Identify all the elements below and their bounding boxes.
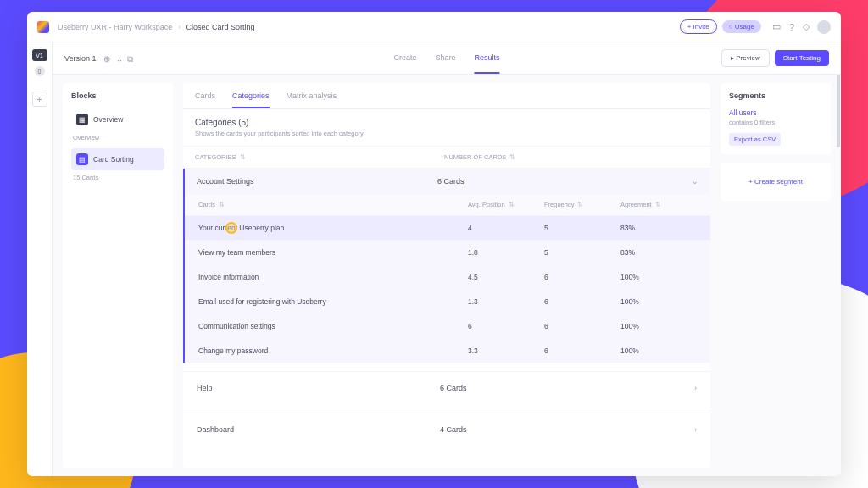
segment-filters: contains 0 filters	[729, 119, 822, 126]
card-avg: 1.8	[468, 248, 544, 257]
tab-cards[interactable]: Cards	[195, 92, 215, 108]
tab-categories[interactable]: Categories	[232, 92, 270, 108]
card-freq: 6	[544, 322, 620, 330]
sh-freq[interactable]: Frequency	[544, 201, 574, 208]
card-row[interactable]: Email used for registering with Useberry…	[185, 289, 710, 313]
card-agree: 100%	[620, 297, 697, 306]
users-icon[interactable]: ⛬	[115, 54, 124, 63]
preview-button[interactable]: ▸ Preview	[721, 49, 770, 67]
card-icon: ▤	[76, 153, 88, 165]
segments-title: Segments	[729, 92, 822, 100]
tab-results[interactable]: Results	[475, 43, 500, 74]
card-agree: 100%	[620, 322, 697, 330]
main-area: V1 0 + Version 1 ⊕ ⛬ ⧉ Create Share Resu…	[27, 42, 841, 476]
card-avg: 1.3	[468, 297, 544, 306]
card-agree: 100%	[620, 347, 697, 355]
category-count: 6 Cards	[437, 177, 692, 186]
body: Blocks ▦ Overview Overview ▤ Card Sortin…	[53, 75, 841, 476]
sort-icon[interactable]: ⇅	[577, 201, 583, 208]
category-count: 4 Cards	[440, 425, 694, 434]
sort-icon[interactable]: ⇅	[509, 153, 515, 161]
category-name: Help	[197, 384, 440, 392]
cards-subheader: Cards⇅ Avg. Position⇅ Frequency⇅ Agreeme…	[185, 194, 710, 215]
globe-icon[interactable]: ⊕	[103, 54, 112, 63]
highlight-ring	[225, 222, 237, 234]
tab-matrix[interactable]: Matrix analysis	[287, 92, 337, 108]
folder-icon[interactable]: ▭	[772, 21, 781, 32]
copy-icon[interactable]: ⧉	[127, 54, 136, 63]
card-row[interactable]: Your current Useberry plan 4 5 83%	[185, 215, 710, 240]
section-header: Categories (5) Shows the cards your part…	[183, 109, 710, 146]
section-subtitle: Shows the cards your participants sorted…	[195, 130, 698, 137]
sh-agree[interactable]: Agreement	[620, 201, 652, 208]
chevron-right-icon: ›	[178, 23, 181, 31]
card-avg: 4	[468, 224, 544, 232]
app-logo[interactable]	[37, 21, 49, 33]
chevron-right-icon: ›	[694, 384, 697, 392]
th-categories[interactable]: CATEGORIES	[195, 153, 236, 161]
card-freq: 5	[544, 248, 620, 257]
card-agree: 83%	[620, 224, 697, 232]
breadcrumb-root[interactable]: Useberry UXR - Harry Workspace	[58, 23, 172, 31]
sub-header: Version 1 ⊕ ⛬ ⧉ Create Share Results ▸ P…	[53, 42, 841, 75]
sh-avg[interactable]: Avg. Position	[468, 201, 505, 208]
create-segment-panel: Create segment	[721, 163, 831, 201]
version-label: Version 1	[64, 54, 97, 63]
card-avg: 3.3	[468, 347, 544, 355]
category-row-header[interactable]: Account Settings 6 Cards ⌄	[185, 169, 710, 194]
start-testing-button[interactable]: Start Testing	[775, 50, 829, 66]
sort-icon[interactable]: ⇅	[219, 201, 225, 208]
sort-icon[interactable]: ⇅	[655, 201, 661, 208]
invite-button[interactable]: + Invite	[680, 19, 717, 34]
sort-icon[interactable]: ⇅	[509, 201, 515, 208]
sidebar-item-card-sorting[interactable]: ▤ Card Sorting	[71, 148, 164, 170]
sidebar-title: Blocks	[71, 92, 164, 100]
card-freq: 6	[544, 297, 620, 306]
avatar[interactable]	[817, 20, 831, 34]
section-title: Categories (5)	[195, 118, 698, 127]
category-name: Account Settings	[197, 177, 437, 186]
help-icon[interactable]: ?	[789, 22, 794, 32]
stage-tabs: Create Share Results	[393, 43, 499, 74]
overview-icon: ▦	[76, 114, 88, 125]
category-count: 6 Cards	[440, 384, 694, 392]
card-freq: 6	[544, 347, 620, 355]
tab-share[interactable]: Share	[435, 43, 455, 74]
card-row[interactable]: Invoice information 4.5 6 100%	[185, 264, 710, 289]
card-row[interactable]: View my team members 1.8 5 83%	[185, 240, 710, 264]
version-chip[interactable]: V1	[32, 49, 47, 61]
sidebar-item-label: Overview	[93, 115, 123, 124]
card-row[interactable]: Communication settings 6 6 100%	[185, 313, 710, 338]
card-subtitle: 15 Cards	[73, 174, 164, 181]
overview-subtitle: Overview	[73, 134, 164, 141]
create-segment-button[interactable]: Create segment	[729, 171, 822, 192]
category-name: Dashboard	[197, 425, 440, 434]
card-agree: 83%	[620, 248, 697, 257]
content: Version 1 ⊕ ⛬ ⧉ Create Share Results ▸ P…	[53, 42, 841, 476]
category-collapsed[interactable]: Dashboard 4 Cards ›	[183, 413, 710, 446]
version-rail: V1 0 +	[27, 42, 53, 476]
card-name: Email used for registering with Useberry	[198, 297, 468, 306]
th-number[interactable]: NUMBER OF CARDS	[444, 153, 506, 161]
add-version-button[interactable]: +	[32, 92, 47, 107]
card-freq: 5	[544, 224, 620, 232]
export-csv-button[interactable]: Export as CSV	[729, 133, 781, 146]
usage-button[interactable]: ○ Usage	[722, 20, 761, 33]
breadcrumb-current: Closed Card Sorting	[186, 23, 254, 31]
card-name: Communication settings	[198, 322, 468, 330]
sort-icon[interactable]: ⇅	[240, 153, 246, 161]
sh-cards[interactable]: Cards	[198, 201, 215, 208]
right-column: Segments All users contains 0 filters Ex…	[721, 83, 831, 468]
card-avg: 4.5	[468, 273, 544, 281]
card-agree: 100%	[620, 273, 697, 281]
card-row[interactable]: Change my password 3.3 6 100%	[185, 338, 710, 363]
card-name: Change my password	[198, 347, 468, 355]
sidebar-item-overview[interactable]: ▦ Overview	[71, 108, 164, 130]
tab-create[interactable]: Create	[393, 43, 416, 74]
card-avg: 6	[468, 322, 544, 330]
app-window: Useberry UXR - Harry Workspace › Closed …	[27, 12, 841, 476]
segment-all-users[interactable]: All users	[729, 108, 822, 117]
breadcrumb: Useberry UXR - Harry Workspace › Closed …	[58, 23, 254, 31]
notification-icon[interactable]: ◇	[803, 21, 810, 32]
category-collapsed[interactable]: Help 6 Cards ›	[183, 371, 710, 404]
